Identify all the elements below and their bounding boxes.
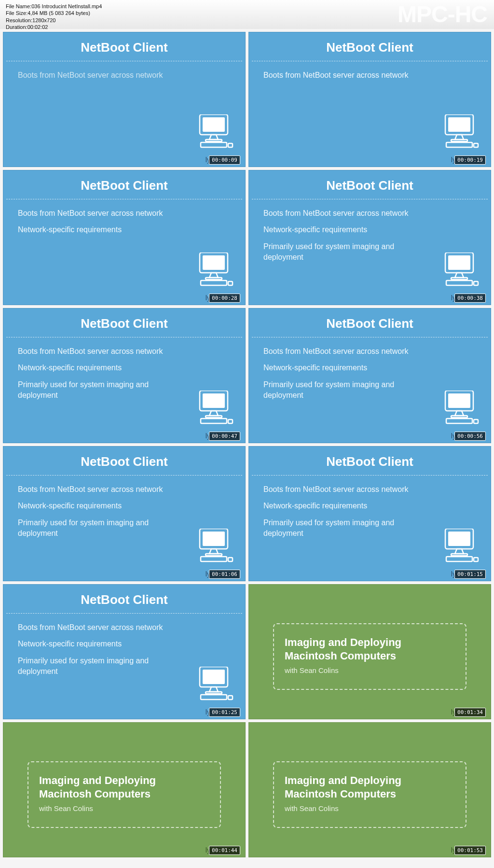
- thumbnail-timestamp: 00:01:44: [209, 846, 240, 855]
- app-watermark: MPC-HC: [398, 1, 487, 28]
- thumbnail-timestamp: 00:00:28: [209, 294, 240, 303]
- svg-rect-44: [228, 696, 233, 700]
- svg-rect-22: [206, 416, 222, 418]
- video-thumbnail[interactable]: NetBoot ClientBoots from NetBoot server …: [3, 308, 246, 443]
- computer-icon: [441, 529, 479, 564]
- thumbnail-timestamp: 00:00:47: [209, 432, 240, 441]
- slide-bullet: Network-specific requirements: [18, 501, 177, 511]
- svg-rect-8: [446, 142, 472, 147]
- slide-bullet: Network-specific requirements: [18, 224, 177, 235]
- video-thumbnail[interactable]: NetBoot ClientBoots from NetBoot server …: [248, 446, 491, 581]
- slide-title: NetBoot Client: [6, 454, 242, 469]
- thumbnail-timestamp: 00:00:19: [454, 155, 486, 165]
- svg-rect-39: [474, 558, 478, 561]
- slide-title-band: NetBoot Client: [6, 170, 242, 199]
- duration-label: Duration:: [6, 24, 27, 30]
- svg-rect-14: [228, 281, 233, 285]
- computer-icon: [196, 529, 233, 564]
- svg-rect-2: [206, 140, 222, 141]
- course-title: Imaging and DeployingMacintosh Computers: [39, 774, 209, 800]
- slide-title: NetBoot Client: [6, 592, 242, 607]
- svg-rect-16: [448, 255, 470, 270]
- svg-rect-42: [206, 692, 222, 694]
- slide-bullet: Network-specific requirements: [263, 501, 423, 511]
- slide-bullets: Boots from NetBoot server across network…: [3, 199, 245, 236]
- svg-rect-17: [451, 278, 467, 280]
- video-thumbnail[interactable]: Imaging and DeployingMacintosh Computers…: [248, 584, 491, 719]
- thumbnail-grid: NetBoot ClientBoots from NetBoot server …: [0, 29, 494, 860]
- slide-bullet: Primarily used for system imaging and de…: [18, 518, 177, 539]
- svg-rect-21: [203, 393, 225, 408]
- slide-bullet: Network-specific requirements: [18, 639, 177, 649]
- slide-bullet: Boots from NetBoot server across network: [18, 208, 177, 219]
- video-thumbnail[interactable]: NetBoot ClientBoots from NetBoot server …: [3, 32, 246, 167]
- file-name-label: File Name:: [6, 3, 31, 10]
- slide-title: NetBoot Client: [6, 178, 242, 193]
- computer-icon: [441, 391, 479, 426]
- course-title-card: Imaging and DeployingMacintosh Computers…: [27, 761, 221, 828]
- course-title-card: Imaging and DeployingMacintosh Computers…: [273, 761, 467, 828]
- file-name: 036 Introducint NetInstall.mp4: [31, 3, 102, 10]
- svg-rect-33: [201, 557, 227, 561]
- video-thumbnail[interactable]: NetBoot ClientBoots from NetBoot server …: [248, 170, 491, 305]
- slide-bullet: Boots from NetBoot server across network: [263, 208, 423, 219]
- svg-rect-41: [203, 670, 225, 684]
- course-instructor: with Sean Colins: [39, 804, 209, 812]
- resolution-label: Resolution:: [6, 17, 32, 24]
- slide-bullets: Boots from NetBoot server across network: [249, 61, 491, 81]
- svg-rect-18: [446, 280, 472, 285]
- thumbnail-timestamp: 00:01:06: [209, 570, 240, 579]
- svg-rect-23: [201, 419, 227, 423]
- slide-title: NetBoot Client: [252, 454, 488, 469]
- svg-rect-27: [451, 416, 467, 418]
- thumbnail-timestamp: 00:01:25: [209, 708, 240, 717]
- thumbnail-timestamp: 00:01:53: [454, 846, 486, 855]
- svg-rect-1: [203, 117, 225, 132]
- thumbnail-timestamp: 00:00:56: [454, 432, 486, 441]
- svg-rect-7: [451, 140, 467, 141]
- slide-title-band: NetBoot Client: [252, 32, 488, 61]
- svg-rect-36: [448, 532, 470, 546]
- video-thumbnail[interactable]: NetBoot ClientBoots from NetBoot server …: [248, 32, 491, 167]
- video-thumbnail[interactable]: Imaging and DeployingMacintosh Computers…: [3, 722, 246, 857]
- svg-rect-43: [201, 695, 227, 700]
- slide-title-band: NetBoot Client: [252, 170, 488, 199]
- course-title-card: Imaging and DeployingMacintosh Computers…: [273, 623, 467, 690]
- slide-title: NetBoot Client: [252, 40, 488, 55]
- slide-bullet: Boots from NetBoot server across network: [18, 622, 177, 633]
- video-thumbnail[interactable]: NetBoot ClientBoots from NetBoot server …: [3, 170, 246, 305]
- computer-icon: [441, 114, 479, 150]
- duration: 00:02:02: [27, 24, 48, 30]
- slide-bullet: Boots from NetBoot server across network: [18, 346, 177, 357]
- svg-rect-9: [474, 143, 478, 147]
- video-thumbnail[interactable]: NetBoot ClientBoots from NetBoot server …: [248, 308, 491, 443]
- thumbnail-timestamp: 00:00:09: [209, 155, 240, 165]
- svg-rect-28: [446, 419, 472, 423]
- slide-bullet: Network-specific requirements: [18, 363, 177, 373]
- slide-bullet: Primarily used for system imaging and de…: [18, 656, 177, 677]
- svg-rect-13: [201, 280, 227, 285]
- course-instructor: with Sean Colins: [285, 804, 455, 812]
- svg-rect-29: [474, 420, 478, 423]
- svg-rect-32: [206, 554, 222, 556]
- svg-rect-3: [201, 142, 227, 147]
- svg-rect-38: [446, 557, 472, 561]
- computer-icon: [196, 667, 233, 702]
- slide-bullet: Primarily used for system imaging and de…: [263, 241, 423, 263]
- svg-rect-24: [228, 420, 233, 423]
- slide-bullet: Boots from NetBoot server across network: [263, 346, 423, 357]
- video-thumbnail[interactable]: NetBoot ClientBoots from NetBoot server …: [3, 584, 246, 719]
- slide-title-band: NetBoot Client: [6, 308, 242, 337]
- video-thumbnail[interactable]: Imaging and DeployingMacintosh Computers…: [248, 722, 491, 857]
- slide-bullet: Boots from NetBoot server across network: [263, 484, 423, 495]
- slide-bullet: Network-specific requirements: [263, 224, 423, 235]
- course-title: Imaging and DeployingMacintosh Computers: [285, 636, 455, 662]
- video-thumbnail[interactable]: NetBoot ClientBoots from NetBoot server …: [3, 446, 246, 581]
- computer-icon: [196, 391, 233, 426]
- slide-title: NetBoot Client: [6, 40, 242, 55]
- svg-rect-37: [451, 554, 467, 556]
- slide-title-band: NetBoot Client: [252, 308, 488, 337]
- slide-bullet: Boots from NetBoot server across network: [263, 70, 423, 81]
- slide-title-band: NetBoot Client: [252, 447, 488, 476]
- slide-title-band: NetBoot Client: [6, 447, 242, 476]
